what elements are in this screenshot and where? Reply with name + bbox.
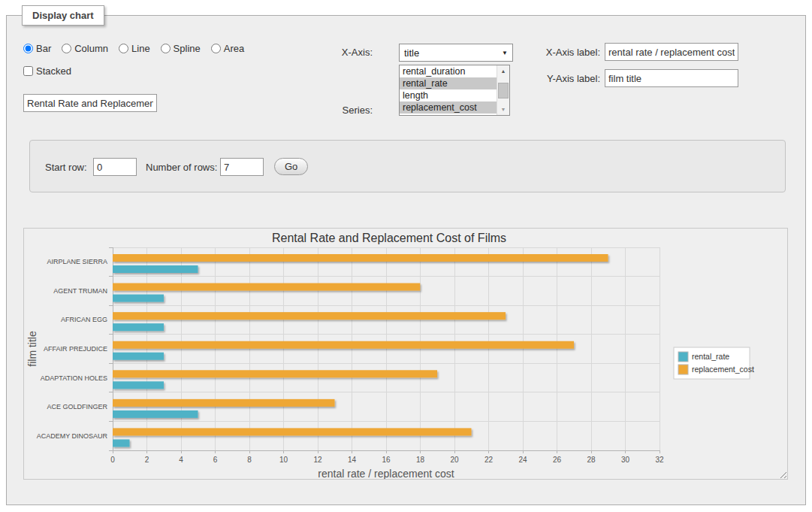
y-axis-label-label: Y-Axis label: [480,73,600,84]
category-label: AFRICAN EGG [61,316,107,323]
category-label: ACADEMY DINOSAUR [37,432,108,440]
chart-title-input[interactable] [23,94,157,112]
category-label: AGENT TRUMAN [53,287,107,295]
bar-replacement-cost-agent-truman [113,283,420,291]
chart-type-label: Bar [36,43,51,54]
category-label: ACE GOLDFINGER [47,403,107,411]
bar-replacement-cost-airplane-sierra [113,254,608,262]
x-tick-label: 6 [213,456,218,464]
x-axis-selected-value: title [404,47,419,59]
start-row-label: Start row: [45,162,87,173]
x-axis-label-input[interactable] [605,43,738,61]
display-chart-fieldset: Display chart BarColumnLineSplineArea St… [6,15,806,505]
x-axis-select-label: X-Axis: [309,47,373,58]
category-label: AIRPLANE SIERRA [47,258,107,265]
stacked-option[interactable]: Stacked [23,65,71,77]
x-axis-title: rental rate / replacement cost [318,468,454,479]
bar-rental-rate-affair-prejudice [113,353,164,360]
chart-legend: rental_ratereplacement_cost [674,347,754,379]
y-axis-label-input[interactable] [605,69,738,87]
x-tick-label: 12 [313,456,322,464]
stacked-label: Stacked [36,65,71,77]
chart-type-option-spline[interactable]: Spline [161,43,201,54]
x-tick-label: 30 [621,456,630,464]
x-tick-label: 16 [382,456,391,464]
x-tick-label: 14 [348,456,357,464]
stacked-checkbox[interactable] [23,66,33,76]
x-tick-label: 18 [416,456,425,464]
chart-type-label: Line [131,43,150,54]
chart-type-radio-spline[interactable] [161,44,171,53]
chart-type-option-bar[interactable]: Bar [23,43,51,54]
bar-replacement-cost-adaptation-holes [113,370,437,377]
fieldset-legend: Display chart [22,5,104,26]
chart-type-radio-line[interactable] [119,44,128,53]
series-select-label: Series: [309,105,373,116]
chart-type-label: Spline [174,43,201,54]
chart-type-label: Area [224,43,244,54]
scrollbar-thumb[interactable] [498,83,509,98]
chart-type-label: Column [74,43,108,54]
x-tick-label: 28 [587,456,596,464]
chart-type-option-column[interactable]: Column [62,43,108,54]
x-tick-label: 2 [145,456,149,464]
chart-type-option-area[interactable]: Area [211,43,244,54]
start-row-input[interactable] [93,158,137,176]
x-tick-label: 4 [179,456,183,464]
legend-swatch [678,352,688,362]
bar-replacement-cost-affair-prejudice [113,341,574,349]
series-option-replacement-cost[interactable]: replacement_cost [400,101,509,114]
bar-rental-rate-airplane-sierra [113,265,198,273]
x-tick-label: 8 [247,456,252,464]
chart-svg: Rental Rate and Replacement Cost of Film… [24,229,787,479]
x-tick-label: 10 [279,456,288,464]
number-of-rows-input[interactable] [220,158,264,176]
chart-type-option-line[interactable]: Line [119,43,150,54]
chart-type-radio-area[interactable] [211,44,221,53]
chart-title: Rental Rate and Replacement Cost of Film… [272,232,506,244]
row-range-panel: Start row: Number of rows: Go [29,140,786,192]
legend-item-rental-rate[interactable]: rental_rate [678,352,729,362]
scroll-down-icon[interactable]: ▼ [497,104,509,115]
x-axis-label-label: X-Axis label: [480,47,600,58]
x-tick-label: 0 [110,456,115,464]
bar-replacement-cost-african-egg [113,312,506,320]
chart-type-radio-bar[interactable] [23,44,33,53]
bar-replacement-cost-academy-dinosaur [113,428,472,435]
bar-rental-rate-academy-dinosaur [113,439,130,447]
number-of-rows-label: Number of rows: [146,162,217,173]
category-label: ADAPTATION HOLES [41,374,107,382]
bar-rental-rate-agent-truman [113,295,164,302]
go-button[interactable]: Go [274,158,308,175]
bar-rental-rate-adaptation-holes [113,381,164,389]
x-tick-label: 20 [450,456,459,464]
bar-chart: Rental Rate and Replacement Cost of Film… [24,229,787,482]
x-tick-label: 24 [518,456,527,464]
bar-replacement-cost-ace-goldfinger [113,399,335,407]
bar-rental-rate-ace-goldfinger [113,411,198,418]
chart-container: Rental Rate and Replacement Cost of Film… [23,228,788,480]
chart-type-radio-group: BarColumnLineSplineArea [23,43,244,54]
chart-type-radio-column[interactable] [62,44,71,53]
x-tick-label: 22 [484,456,494,464]
legend-label: rental_rate [692,352,729,361]
y-axis-title: film title [26,331,38,367]
bar-rental-rate-african-egg [113,323,164,331]
x-tick-label: 32 [655,456,664,464]
legend-label: replacement_cost [692,365,754,374]
x-tick-label: 26 [553,456,562,464]
legend-swatch [678,365,688,374]
series-option-length[interactable]: length [400,89,509,101]
category-label: AFFAIR PREJUDICE [44,345,107,353]
